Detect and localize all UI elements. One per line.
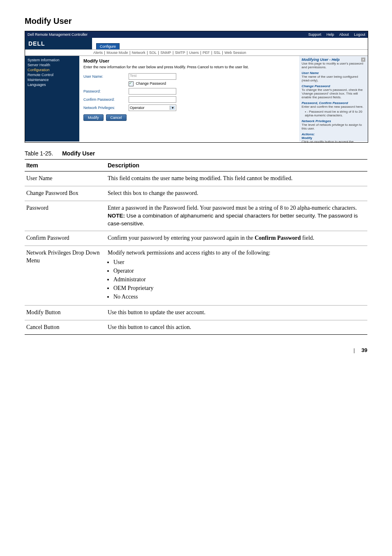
chevron-down-icon: ▾: [170, 106, 175, 110]
cell-item: Password: [25, 201, 106, 231]
cell-desc: Confirm your password by entering your p…: [106, 231, 367, 246]
panel-title: Modify User: [83, 58, 295, 63]
tab-web[interactable]: Web Session: [224, 51, 246, 55]
cell-item: Modify Button: [25, 305, 106, 320]
link-about[interactable]: About: [339, 32, 349, 37]
cell-item: Confirm Password: [25, 231, 106, 246]
privileges-dropdown[interactable]: Operator ▾: [129, 104, 176, 111]
cell-desc: Select this box to change the password.: [106, 186, 367, 201]
table-row: Password Enter a password in the Passwor…: [25, 201, 367, 231]
nav-sysinfo[interactable]: System Information: [28, 58, 77, 63]
help-h-username: User Name: [302, 71, 319, 75]
app-title: Dell Remote Management Controller: [28, 32, 88, 37]
table-number: Table 1-25.: [25, 150, 53, 157]
nav-maint[interactable]: Maintenance: [28, 77, 77, 82]
help-h-pw: Password, Confirm Password: [302, 101, 348, 105]
note-rest: Use a combination of alphanumeric and sp…: [108, 213, 358, 227]
tab-smtp[interactable]: SMTP: [175, 51, 185, 55]
link-help[interactable]: Help: [326, 32, 334, 37]
link-support[interactable]: Support: [308, 32, 321, 37]
help-h-cp: Change Password: [302, 84, 330, 88]
cell-post: field.: [301, 235, 314, 241]
tab-pef[interactable]: PEF: [203, 51, 210, 55]
privileges-value: Operator: [130, 106, 145, 110]
modify-user-table: Item Description User Name This field co…: [25, 159, 367, 335]
section-title: Modify User: [25, 16, 367, 26]
link-logout[interactable]: Logout: [354, 32, 365, 37]
cell-desc: Modify network permissions and access ri…: [106, 246, 367, 305]
tab-mouse[interactable]: Mouse Mode: [106, 51, 128, 55]
cell-desc: Use this button to cancel this action.: [106, 320, 367, 335]
label-priv: Network Privileges:: [83, 106, 129, 110]
help-act-mod: Modify: [302, 136, 312, 140]
label-password: Password:: [83, 89, 129, 93]
modify-button[interactable]: Modify: [83, 114, 104, 121]
nav-lang[interactable]: Languages: [28, 82, 77, 87]
bullet-admin: Administrator: [113, 276, 366, 284]
username-field[interactable]: Test: [129, 73, 176, 80]
help-pw-bullet: - Password must be a string of 8 to 20 a…: [305, 110, 362, 117]
cell-field: Confirm Password: [255, 235, 301, 241]
table-row: User Name This field contains the user n…: [25, 171, 367, 186]
help-h-act: Actions:: [302, 132, 315, 136]
help-h-np: Network Privileges: [302, 119, 331, 123]
brand-logo: DELL: [25, 38, 92, 49]
nav-health[interactable]: Server Health: [28, 63, 77, 67]
change-password-label: Change Password: [136, 81, 166, 86]
panel-desc: Enter the new information for the user b…: [83, 65, 295, 69]
cell-item: Network Privileges Drop Down Menu: [25, 246, 106, 305]
table-caption: Table 1-25. Modify User: [25, 150, 367, 157]
nav-config[interactable]: Configuration: [28, 67, 77, 72]
cell-desc: This field contains the user name being …: [106, 171, 367, 186]
th-item: Item: [25, 160, 106, 171]
help-panel: Modifying User - Help x Use this page to…: [299, 56, 368, 141]
tab-alerts[interactable]: Alerts: [93, 51, 103, 55]
table-row: Cancel Button Use this button to cancel …: [25, 320, 367, 335]
password-field[interactable]: [129, 88, 176, 95]
label-username: User Name:: [83, 74, 129, 79]
cell-desc: Use this button to update the user accou…: [106, 305, 367, 320]
help-intro: Use this page to modify a user's passwor…: [302, 62, 365, 69]
cancel-button[interactable]: Cancel: [106, 114, 127, 121]
tab-network[interactable]: Network: [132, 51, 145, 55]
cell-intro: Modify network permissions and access ri…: [108, 250, 270, 256]
help-t-username: The name of the user being configured (r…: [302, 75, 358, 82]
change-password-checkbox[interactable]: Change Password: [129, 81, 166, 86]
tab-ssl[interactable]: SSL: [214, 51, 221, 55]
cell-item: User Name: [25, 171, 106, 186]
cell-text: Enter a password in the Password field. …: [108, 205, 357, 211]
label-confirm: Confirm Password:: [83, 97, 129, 102]
nav-remote[interactable]: Remote Control: [28, 72, 77, 77]
bullet-user: User: [113, 259, 366, 266]
note-bold: NOTE:: [108, 213, 125, 219]
table-row: Confirm Password Confirm your password b…: [25, 231, 367, 246]
tab-sol[interactable]: SOL: [149, 51, 157, 55]
confirm-password-field[interactable]: [129, 96, 176, 103]
cell-item: Change Password Box: [25, 186, 106, 201]
bullet-operator: Operator: [113, 267, 366, 275]
screenshot-figure: Dell Remote Management Controller Suppor…: [25, 31, 368, 143]
page-footer: |39: [25, 347, 367, 353]
help-title: Modifying User - Help: [302, 58, 340, 62]
close-icon[interactable]: x: [361, 58, 365, 62]
table-row: Network Privileges Drop Down Menu Modify…: [25, 246, 367, 305]
cell-desc: Enter a password in the Password field. …: [106, 201, 367, 231]
bullet-oem: OEM Proprietary: [113, 285, 366, 292]
tab-configure[interactable]: Configure: [96, 43, 120, 49]
left-nav: System Information Server Health Configu…: [25, 56, 79, 141]
table-row: Modify Button Use this button to update …: [25, 305, 367, 320]
th-desc: Description: [106, 160, 367, 171]
tab-users[interactable]: Users: [189, 51, 199, 55]
table-row: Change Password Box Select this box to c…: [25, 186, 367, 201]
help-t-cp: To change the user's password, check the…: [302, 88, 363, 99]
cell-item: Cancel Button: [25, 320, 106, 335]
page-number: 39: [362, 347, 367, 353]
bullet-noaccess: No Access: [113, 293, 366, 301]
tab-snmp[interactable]: SNMP: [160, 51, 171, 55]
help-t-act: Click on modify button to accept the mod…: [302, 140, 359, 143]
help-t-np: The level of network privilege to assign…: [302, 123, 362, 130]
subtab-row: Alerts | Mouse Mode | Network | SOL | SN…: [25, 50, 368, 56]
table-title: Modify User: [62, 150, 95, 157]
help-t-pw: Enter and confirm the new password here.: [302, 105, 363, 109]
cell-pre: Confirm your password by entering your p…: [108, 235, 255, 241]
